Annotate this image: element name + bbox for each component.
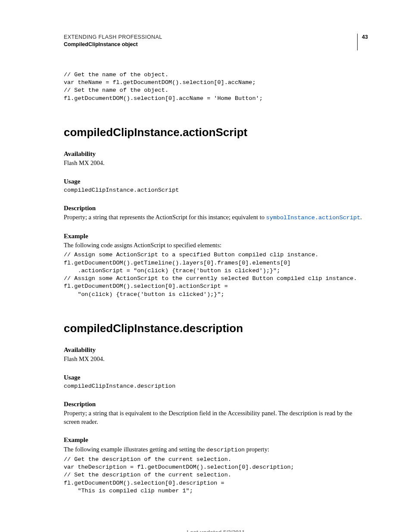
example-code-block: // Get the description of the current se… [64, 456, 368, 495]
header-product-title: EXTENDING FLASH PROFESSIONAL [64, 34, 162, 41]
usage-heading: Usage [64, 177, 368, 186]
page-number: 43 [357, 34, 368, 50]
page-content: EXTENDING FLASH PROFESSIONAL CompiledCli… [0, 0, 411, 532]
example-intro-suffix: property: [245, 446, 269, 453]
availability-heading: Availability [64, 345, 368, 354]
example-heading: Example [64, 232, 368, 240]
xref-link-symbolinstance[interactable]: symbolInstance.actionScript [266, 215, 361, 221]
availability-text: Flash MX 2004. [64, 355, 368, 364]
description-heading: Description [64, 204, 368, 212]
usage-code: compiledClipInstance.actionScript [64, 187, 368, 194]
usage-heading: Usage [64, 373, 368, 382]
description-heading: Description [64, 400, 368, 408]
intro-code-block: // Get the name of the object. var theNa… [64, 71, 368, 103]
header-subject-title: CompiledClipInstance object [64, 41, 162, 48]
description-prefix: Property; a string that represents the A… [64, 214, 266, 221]
header-left: EXTENDING FLASH PROFESSIONAL CompiledCli… [64, 34, 162, 48]
availability-heading: Availability [64, 149, 368, 158]
example-intro-text: The following example illustrates gettin… [64, 445, 368, 454]
page-header: EXTENDING FLASH PROFESSIONAL CompiledCli… [64, 34, 368, 50]
section-heading-actionscript: compiledClipInstance.actionScript [64, 125, 368, 140]
description-suffix: . [360, 214, 362, 221]
example-heading: Example [64, 436, 368, 444]
usage-code: compiledClipInstance.description [64, 383, 368, 390]
example-intro-prefix: The following example illustrates gettin… [64, 446, 206, 453]
example-code-block: // Assign some ActionScript to a specifi… [64, 251, 368, 298]
description-text: Property; a string that represents the A… [64, 213, 368, 222]
example-intro-text: The following code assigns ActionScript … [64, 241, 368, 250]
section-heading-description: compiledClipInstance.description [64, 321, 368, 336]
availability-text: Flash MX 2004. [64, 159, 368, 168]
description-text: Property; a string that is equivalent to… [64, 409, 368, 426]
example-intro-code: description [206, 447, 245, 453]
footer-last-updated: Last updated 5/2/2011 [64, 529, 368, 532]
